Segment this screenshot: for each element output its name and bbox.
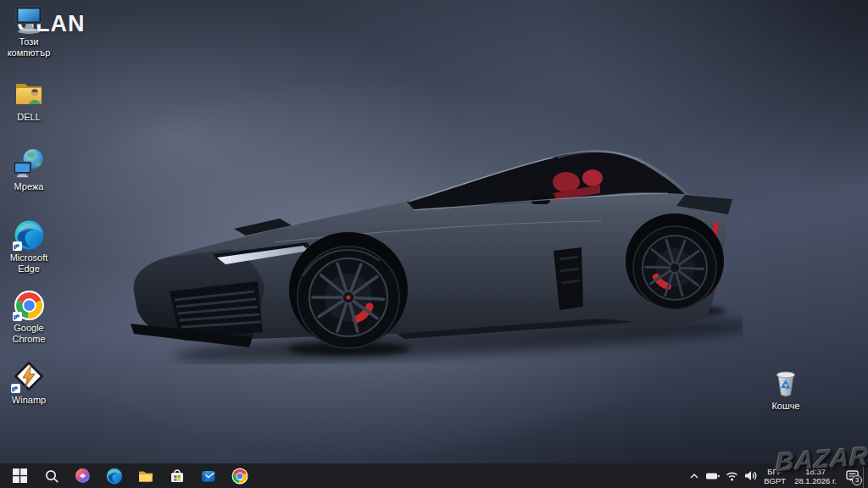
edge-icon [106, 468, 123, 485]
taskbar: БГР BGPT 18:37 28.1.2026 г. 3 [0, 463, 868, 488]
copilot-button[interactable] [67, 463, 98, 488]
chrome-icon [14, 289, 45, 321]
desktop-icon-recycle-bin[interactable]: Кошче [757, 367, 815, 412]
edge-icon [14, 219, 45, 251]
system-tray: БГР BGPT 18:37 28.1.2026 г. 3 [685, 463, 868, 488]
clock-time: 18:37 [794, 467, 837, 476]
volume-status[interactable] [741, 463, 760, 488]
desktop-icon-network[interactable]: Мрежа [0, 147, 58, 192]
copilot-icon [75, 468, 91, 484]
this-pc-icon [13, 3, 45, 35]
desktop-wallpaper[interactable] [0, 0, 868, 488]
language-name: БГР [764, 467, 786, 476]
search-icon [44, 469, 59, 484]
desktop-icon-google-chrome[interactable]: Google Chrome [0, 289, 58, 345]
start-button[interactable] [4, 463, 36, 488]
battery-status[interactable] [704, 463, 722, 488]
outlook-button[interactable] [192, 463, 224, 488]
notification-badge: 3 [852, 475, 862, 485]
search-button[interactable] [36, 463, 67, 488]
taskbar-clock[interactable]: 18:37 28.1.2026 г. [790, 463, 841, 488]
desktop-icon-label: Winamp [12, 395, 46, 406]
network-globe-icon [12, 147, 46, 180]
action-center-button[interactable]: 3 [841, 463, 863, 488]
shortcut-arrow-icon [13, 312, 22, 321]
windows-logo-icon [13, 469, 27, 483]
desktop-icon-winamp[interactable]: Winamp [0, 361, 58, 406]
taskbar-left-cluster [0, 463, 255, 488]
keyboard-layout: BGPT [764, 476, 786, 485]
desktop-icon-label: Microsoft Edge [0, 252, 58, 274]
shortcut-arrow-icon [13, 241, 22, 251]
chevron-up-icon [688, 470, 700, 482]
desktop-icon-label: DELL [17, 112, 41, 123]
desktop-screen: GLAN Този компютър [0, 0, 868, 488]
shortcut-arrow-icon [11, 384, 20, 393]
taskbar-edge-button[interactable] [98, 463, 130, 488]
desktop-icon-this-pc[interactable]: Този компютър [0, 3, 58, 58]
sports-car-wallpaper-image [125, 141, 743, 364]
microsoft-store-button[interactable] [161, 463, 192, 488]
speaker-icon [743, 469, 758, 482]
language-indicator[interactable]: БГР BGPT [760, 463, 790, 488]
wifi-icon [725, 469, 739, 482]
desktop-icon-microsoft-edge[interactable]: Microsoft Edge [0, 219, 58, 274]
desktop-icon-dell-folder[interactable]: DELL [0, 78, 58, 123]
file-explorer-icon [137, 468, 154, 485]
recycle-bin-icon [769, 367, 803, 399]
network-status[interactable] [722, 463, 741, 488]
battery-icon [705, 469, 721, 483]
file-explorer-button[interactable] [130, 463, 161, 488]
taskbar-chrome-button[interactable] [224, 463, 255, 488]
show-desktop-button[interactable] [863, 463, 868, 488]
desktop-icon-label: Този компютър [0, 36, 58, 58]
microsoft-store-icon [169, 468, 186, 485]
hidden-icons-button[interactable] [685, 463, 704, 488]
chrome-icon [231, 468, 248, 485]
winamp-icon [12, 361, 46, 393]
desktop-icon-label: Google Chrome [0, 323, 58, 345]
desktop-icon-label: Мрежа [14, 181, 44, 192]
user-folder-icon [13, 78, 45, 110]
desktop-icon-label: Кошче [771, 401, 799, 412]
clock-date: 28.1.2026 г. [794, 476, 837, 485]
outlook-icon [200, 468, 217, 485]
